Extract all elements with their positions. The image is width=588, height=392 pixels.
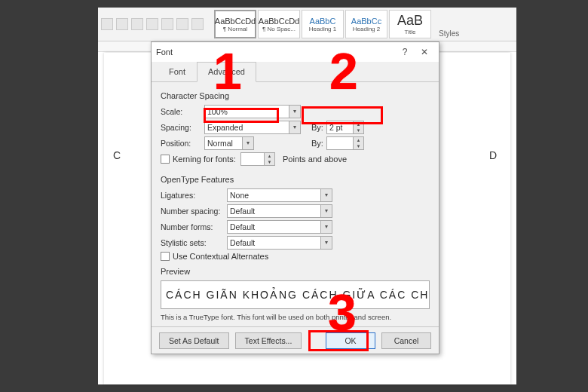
style-title[interactable]: AaB Title [389,10,431,38]
position-label: Position: [161,139,204,148]
increase-indent-icon[interactable] [161,18,173,30]
spacing-value: Expanded [207,123,243,132]
style-name: Heading 1 [309,26,336,32]
preview-sample: CÁCH GIÃN KHOẢNG CÁCH GIỮA CÁC CHỮ [166,289,430,301]
text-effects-button[interactable]: Text Effects... [235,332,302,349]
style-name: Heading 2 [353,26,380,32]
kerning-label: Kerning for fonts: [173,155,240,164]
bullets-icon[interactable] [101,18,113,30]
spinner-icon[interactable]: ▲▼ [353,121,363,133]
spinner-icon[interactable]: ▲▼ [264,153,274,165]
styles-group-label: Styles [439,29,459,39]
chevron-down-icon: ▾ [289,121,300,133]
style-name: ¶ Normal [223,26,247,32]
kerning-checkbox[interactable] [161,155,170,164]
style-normal[interactable]: AaBbCcDd ¶ Normal [214,10,256,38]
style-name: ¶ No Spac... [262,26,296,32]
position-combo[interactable]: Normal ▾ [204,136,254,150]
contextual-checkbox[interactable] [161,252,170,261]
kerning-spinner[interactable]: ▲▼ [240,152,275,166]
style-sample: AaB [397,13,423,29]
close-button[interactable]: ✕ [415,44,434,60]
styleset-label: Stylistic sets: [161,238,227,247]
dialog-body: Character Spacing Scale: 100% ▾ Spacing:… [152,82,439,326]
styleset-combo[interactable]: Default ▾ [227,236,332,250]
group-preview: Preview [161,267,430,276]
scale-combo[interactable]: 100% ▾ [204,105,301,118]
multilevel-icon[interactable] [131,18,143,30]
style-sample: AaBbCcDd [259,17,299,26]
font-dialog: Font ? ✕ Font Advanced Character Spacing… [151,41,439,354]
style-sample: AaBbC [310,17,336,26]
numspacing-value: Default [230,207,255,216]
dialog-button-bar: Set As Default Text Effects... OK Cancel [152,326,439,354]
chevron-down-icon: ▾ [320,189,332,201]
chevron-down-icon: ▾ [289,106,300,118]
chevron-down-icon: ▾ [320,237,332,249]
tab-font[interactable]: Font [158,62,197,81]
by-value: 2 pt [329,123,343,132]
set-as-default-button[interactable]: Set As Default [159,332,229,349]
tab-advanced[interactable]: Advanced [197,62,256,82]
ribbon: AaBbCcDd ¶ Normal AaBbCcDd ¶ No Spac... … [98,8,516,41]
spinner-icon[interactable]: ▲▼ [353,137,363,149]
preview-note: This is a TrueType font. This font will … [161,313,430,321]
style-heading1[interactable]: AaBbC Heading 1 [302,10,344,38]
styleset-value: Default [230,238,255,247]
sort-icon[interactable] [176,18,188,30]
group-character-spacing: Character Spacing [161,91,430,100]
by-spinner[interactable]: 2 pt ▲▼ [326,121,364,134]
show-marks-icon[interactable] [191,18,204,30]
cancel-button[interactable]: Cancel [381,332,431,349]
ribbon-paragraph-icons [101,18,208,30]
scale-label: Scale: [161,107,204,116]
by2-spinner[interactable]: ▲▼ [326,136,364,150]
numspacing-label: Number spacing: [161,207,227,216]
chevron-down-icon: ▾ [242,137,253,149]
numforms-value: Default [230,222,255,231]
style-nospacing[interactable]: AaBbCcDd ¶ No Spac... [258,10,300,38]
preview-box: CÁCH GIÃN KHOẢNG CÁCH GIỮA CÁC CHỮ [161,280,430,309]
page-text-left: C [113,149,121,161]
chevron-down-icon: ▾ [320,205,332,217]
ligatures-label: Ligatures: [161,191,227,200]
points-above-label: Points and above [283,155,347,164]
numforms-combo[interactable]: Default ▾ [227,220,332,234]
ligatures-combo[interactable]: None ▾ [227,188,332,202]
dialog-tabs: Font Advanced [152,62,439,82]
contextual-label: Use Contextual Alternates [173,252,268,261]
numbering-icon[interactable] [116,18,128,30]
scale-value: 100% [207,107,228,116]
style-heading2[interactable]: AaBbCc Heading 2 [345,10,387,38]
position-value: Normal [207,139,233,148]
decrease-indent-icon[interactable] [146,18,158,30]
style-sample: AaBbCcDd [215,17,256,26]
group-opentype: OpenType Features [161,175,430,184]
spacing-combo[interactable]: Expanded ▾ [204,121,301,134]
page-text-right: D [489,149,497,161]
ligatures-value: None [230,191,249,200]
dialog-titlebar: Font ? ✕ [152,42,439,62]
chevron-down-icon: ▾ [320,221,332,233]
by-label: By: [311,123,326,132]
dialog-title: Font [156,47,395,57]
numspacing-combo[interactable]: Default ▾ [227,204,332,218]
by2-label: By: [311,139,326,148]
style-name: Title [405,29,416,35]
help-button[interactable]: ? [395,44,415,60]
styles-gallery[interactable]: AaBbCcDd ¶ Normal AaBbCcDd ¶ No Spac... … [214,10,431,38]
numforms-label: Number forms: [161,222,227,231]
spacing-label: Spacing: [161,123,204,132]
style-sample: AaBbCc [351,17,381,26]
ok-button[interactable]: OK [326,332,375,349]
